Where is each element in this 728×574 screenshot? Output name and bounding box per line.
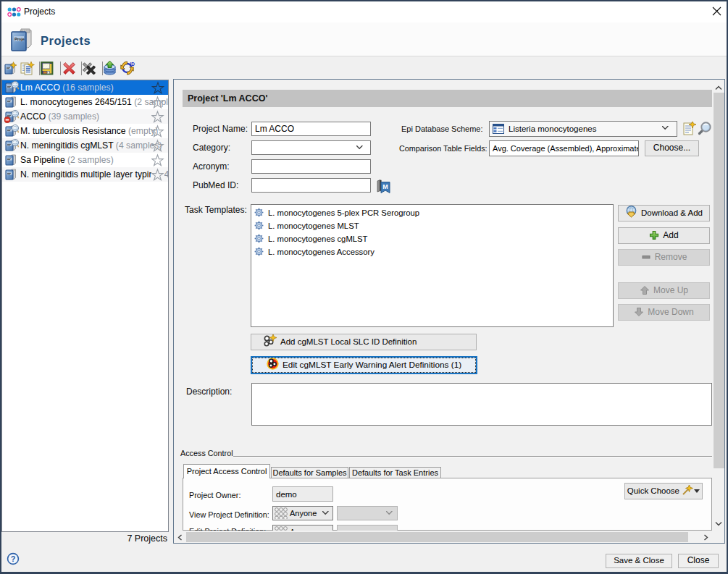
svg-text:Proje: Proje [14, 37, 25, 41]
svg-text:M: M [382, 183, 388, 190]
svg-text:ID: ID [130, 62, 135, 67]
svg-text:?: ? [11, 554, 16, 563]
